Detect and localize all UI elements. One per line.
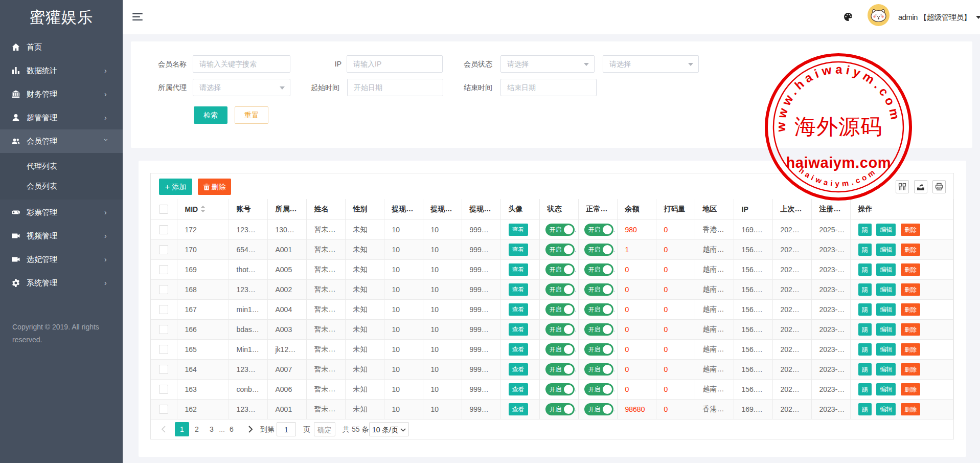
svg-text:海外源码: 海外源码 xyxy=(794,115,882,139)
